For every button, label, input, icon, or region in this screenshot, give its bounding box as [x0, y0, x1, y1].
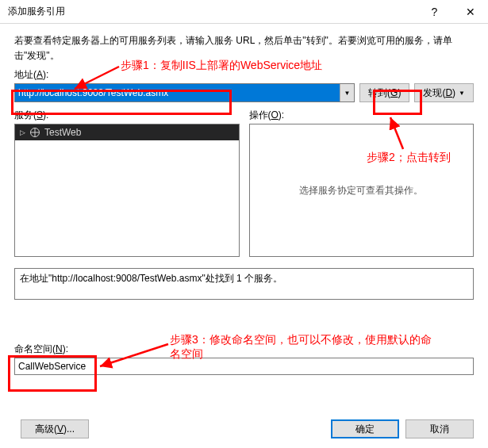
- operations-panel: 选择服务协定可查看其操作。: [249, 124, 475, 257]
- tree-item-testweb[interactable]: ▷ TestWeb: [15, 124, 239, 140]
- services-tree[interactable]: ▷ TestWeb: [14, 124, 240, 257]
- discover-button[interactable]: 发现(D) ▼: [414, 83, 474, 102]
- address-dropdown-button[interactable]: ▼: [340, 84, 354, 101]
- namespace-label: 命名空间(N):: [14, 343, 474, 356]
- tree-item-label: TestWeb: [44, 127, 81, 138]
- status-box: 在地址"http://localhost:9008/TestWeb.asmx"处…: [14, 268, 474, 300]
- operations-label: 操作(O):: [249, 109, 475, 122]
- caret-right-icon: ▷: [20, 128, 25, 136]
- chevron-down-icon: ▼: [459, 90, 465, 97]
- window-title: 添加服务引用: [8, 5, 417, 18]
- help-button[interactable]: ?: [417, 0, 452, 24]
- advanced-button[interactable]: 高级(V)...: [21, 419, 89, 438]
- address-input[interactable]: [15, 84, 340, 101]
- window-titlebar: 添加服务引用 ? ✕: [0, 0, 488, 24]
- address-label: 地址(A):: [14, 68, 474, 82]
- cancel-button[interactable]: 取消: [405, 419, 474, 438]
- status-text: 在地址"http://localhost:9008/TestWeb.asmx"处…: [20, 273, 282, 284]
- operations-placeholder: 选择服务协定可查看其操作。: [299, 184, 423, 197]
- ok-button[interactable]: 确定: [331, 419, 399, 438]
- chevron-down-icon: ▼: [344, 90, 351, 97]
- go-button[interactable]: 转到(G): [359, 83, 409, 102]
- namespace-input[interactable]: [14, 358, 474, 375]
- close-icon: ✕: [466, 6, 475, 18]
- globe-icon: [30, 128, 40, 137]
- help-icon: ?: [432, 6, 438, 18]
- instruction-text: 若要查看特定服务器上的可用服务列表，请输入服务 URL，然后单击"转到"。若要浏…: [14, 33, 474, 63]
- services-label: 服务(S):: [14, 109, 240, 122]
- close-button[interactable]: ✕: [452, 0, 488, 24]
- address-combobox[interactable]: ▼: [14, 83, 355, 102]
